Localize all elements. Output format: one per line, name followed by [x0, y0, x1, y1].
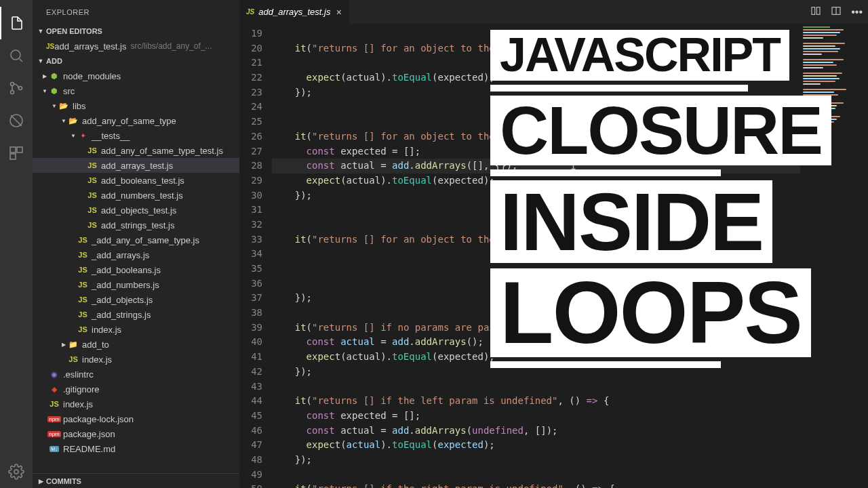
chevron-down-icon: ▼ [35, 58, 46, 64]
svg-rect-9 [812, 7, 815, 14]
svg-rect-7 [10, 154, 16, 159]
open-editors-header[interactable]: ▼ OPEN EDITORS [33, 24, 239, 39]
overlay-word-4: LOOPS [490, 268, 811, 358]
explorer-sidebar: EXPLORER ▼ OPEN EDITORS JS add_arrays_te… [33, 0, 239, 488]
folder-tests[interactable]: ▼✦__tests__ [33, 128, 239, 143]
editor-tabs: JS add_arrays_test.js × ••• [239, 0, 868, 24]
editor-tab-actions: ••• [810, 0, 868, 24]
overlay-divider [490, 85, 748, 92]
svg-point-3 [19, 87, 22, 90]
chevron-down-icon: ▼ [35, 28, 46, 35]
file-add-booleans-test[interactable]: JSadd_booleans_test.js [33, 173, 239, 188]
file-add-arrays-test[interactable]: JSadd_arrays_test.js [33, 158, 239, 173]
file-add-numbers[interactable]: JS_add_numbers.js [33, 277, 239, 292]
file-root-index[interactable]: JSindex.js [33, 396, 239, 411]
search-icon[interactable] [0, 39, 33, 72]
folder-add-any[interactable]: ▼📂add_any_of_same_type [33, 113, 239, 128]
svg-point-8 [14, 470, 18, 474]
file-add-any-test[interactable]: JSadd_any_of_same_type_test.js [33, 143, 239, 158]
chevron-right-icon: ▶ [35, 478, 46, 485]
svg-rect-6 [17, 147, 22, 152]
js-icon: JS [46, 43, 54, 50]
file-src-index[interactable]: JSindex.js [33, 352, 239, 367]
editor-area: JS add_arrays_test.js × ••• 192021222324… [239, 0, 868, 488]
close-icon[interactable]: × [336, 7, 341, 18]
open-editor-item[interactable]: JS add_arrays_test.js src/libs/add_any_o… [33, 39, 239, 54]
overlay-divider [490, 169, 721, 176]
explorer-title: EXPLORER [33, 0, 239, 24]
file-add-arrays[interactable]: JS_add_arrays.js [33, 247, 239, 262]
title-overlay: JAVASCRIPT CLOSURE INSIDE LOOPS [490, 27, 831, 369]
folder-node-modules[interactable]: ▶⬢node_modules [33, 68, 239, 83]
editor-tab[interactable]: JS add_arrays_test.js × [239, 0, 349, 24]
overlay-word-1: JAVASCRIPT [490, 30, 789, 81]
svg-point-1 [11, 83, 14, 86]
settings-gear-icon[interactable] [0, 455, 33, 488]
workspace-root-header[interactable]: ▼ ADD [33, 54, 239, 68]
svg-rect-5 [10, 147, 16, 152]
file-add-any[interactable]: JS_add_any_of_same_type.js [33, 232, 239, 247]
file-add-strings[interactable]: JS_add_strings.js [33, 307, 239, 322]
file-add-numbers-test[interactable]: JSadd_numbers_test.js [33, 188, 239, 203]
file-gitignore[interactable]: ◆.gitignore [33, 382, 239, 396]
more-icon[interactable]: ••• [851, 6, 863, 18]
file-eslintrc[interactable]: ◉.eslintrc [33, 367, 239, 382]
overlay-word-3: INSIDE [490, 180, 772, 263]
js-icon: JS [246, 8, 254, 16]
file-add-objects[interactable]: JS_add_objects.js [33, 292, 239, 307]
folder-libs[interactable]: ▼📂libs [33, 98, 239, 113]
file-libs-index[interactable]: JSindex.js [33, 322, 239, 337]
folder-src[interactable]: ▼⬢src [33, 83, 239, 98]
file-readme[interactable]: M↓README.md [33, 441, 239, 456]
folder-add-to[interactable]: ▶📁add_to [33, 337, 239, 352]
split-compare-icon[interactable] [810, 5, 821, 19]
overlay-word-2: CLOSURE [490, 96, 831, 165]
extensions-icon[interactable] [0, 137, 33, 169]
split-editor-icon[interactable] [831, 5, 842, 19]
activity-bar [0, 0, 33, 488]
source-control-icon[interactable] [0, 72, 33, 104]
commits-header[interactable]: ▶ COMMITS [33, 473, 239, 488]
file-pkg-lock[interactable]: npmpackage-lock.json [33, 411, 239, 426]
svg-rect-10 [817, 7, 821, 14]
file-add-booleans[interactable]: JS_add_booleans.js [33, 262, 239, 277]
files-icon[interactable] [0, 7, 33, 39]
file-pkg[interactable]: npmpackage.json [33, 426, 239, 441]
file-add-strings-test[interactable]: JSadd_strings_test.js [33, 218, 239, 232]
file-add-objects-test[interactable]: JSadd_objects_test.js [33, 203, 239, 218]
svg-point-2 [11, 91, 14, 94]
line-number-gutter: 1920212223242526272829303132333435363738… [239, 24, 272, 488]
svg-point-0 [11, 50, 20, 60]
debug-icon[interactable] [0, 104, 33, 137]
overlay-divider [490, 361, 721, 368]
file-tree: ▶⬢node_modules▼⬢src▼📂libs▼📂add_any_of_sa… [33, 68, 239, 473]
